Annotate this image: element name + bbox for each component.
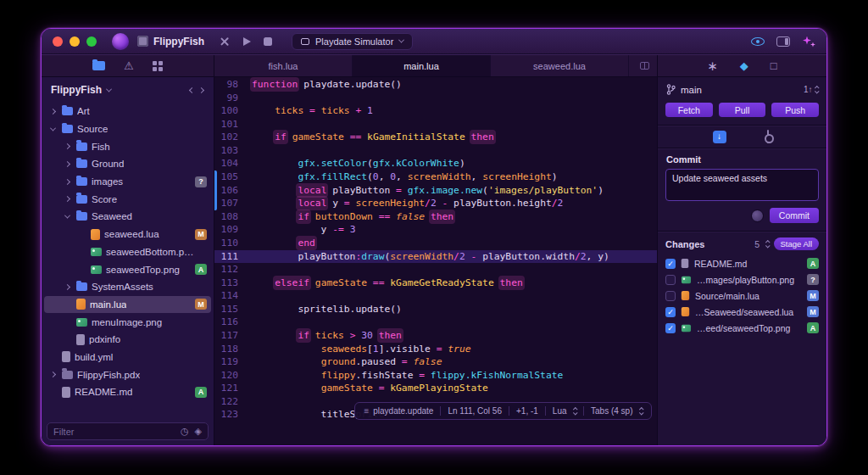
stepper-icon[interactable] (766, 240, 770, 249)
change-row[interactable]: Source/main.luaM (658, 288, 826, 304)
stage-checkbox[interactable] (665, 275, 676, 285)
tree-item-seaweedTop.png[interactable]: seaweedTop.pngA (44, 260, 211, 278)
code-text: function playdate.update() (246, 78, 402, 92)
tree-item-Art[interactable]: Art (44, 103, 211, 120)
stage-checkbox[interactable] (665, 291, 676, 301)
tree-item-SystemAssets[interactable]: SystemAssets (44, 278, 211, 296)
run-target-dropdown[interactable]: Playdate Simulator (292, 33, 413, 50)
code-line[interactable]: 100 ticks = ticks + 1 (214, 104, 657, 118)
tree-item-Seaweed[interactable]: Seaweed (44, 208, 211, 226)
run-icon[interactable] (243, 37, 251, 46)
cursor-position[interactable]: Ln 111, Col 56 (441, 406, 509, 416)
asterisk-icon[interactable]: ∗ (707, 59, 718, 72)
tree-item-build.yml[interactable]: build.yml (44, 349, 211, 366)
close-button[interactable] (53, 36, 63, 47)
stage-view-icon[interactable]: ↓ (713, 131, 726, 143)
tree-item-seaweedBottom.p…[interactable]: seaweedBottom.p… (44, 243, 211, 261)
code-line[interactable]: 108 if buttonDown == false then (214, 210, 657, 224)
minimize-button[interactable] (70, 36, 80, 47)
indent-selector[interactable]: Tabs (4 sp) (584, 406, 649, 416)
filter-options-icon[interactable]: ◈ (195, 427, 202, 436)
tree-item-pdxinfo[interactable]: pdxinfo (44, 331, 211, 349)
code-line[interactable]: 107 local y = screenHeight/2 - playButto… (214, 197, 657, 210)
project-selector[interactable]: FlippyFish (42, 77, 214, 100)
preview-eye-icon[interactable] (751, 37, 765, 46)
code-line[interactable]: 113 elseif gameState == kGameGetReadySta… (214, 277, 657, 290)
gem-icon[interactable]: ◆ (740, 60, 748, 71)
code-line[interactable]: 98function playdate.update() (214, 78, 657, 92)
tree-item-menuImage.png[interactable]: menuImage.png (44, 313, 211, 331)
code-line[interactable]: 105 gfx.fillRect(0, 0, screenWidth, scre… (214, 170, 657, 184)
diff-stats[interactable]: +1, -1 (509, 406, 545, 416)
line-number: 117 (214, 329, 246, 343)
change-row[interactable]: …Seaweed/seaweed.luaM (658, 304, 826, 320)
code-line[interactable]: 104 gfx.setColor(gfx.kColorWhite) (214, 157, 657, 170)
files-view-icon[interactable] (92, 61, 105, 70)
tree-item-main.lua[interactable]: main.luaM (44, 296, 211, 314)
code-line[interactable]: 120 flippy.fishState = flippy.kFishNorma… (214, 369, 657, 383)
tree-item-images[interactable]: images? (44, 173, 211, 191)
code-area[interactable]: 98function playdate.update()99100 ticks … (214, 77, 657, 422)
stage-all-button[interactable]: Stage All (774, 238, 820, 250)
grid-view-icon[interactable] (153, 61, 163, 71)
commit-avatar-icon[interactable] (751, 210, 764, 222)
stage-checkbox[interactable] (665, 323, 676, 333)
stage-checkbox[interactable] (665, 307, 676, 317)
tree-item-Ground[interactable]: Ground (44, 155, 211, 173)
push-button[interactable]: Push (771, 103, 819, 117)
code-line[interactable]: 111 playButton:draw(screenWidth/2 - play… (214, 250, 657, 264)
stepper-icon[interactable] (815, 86, 819, 94)
code-line[interactable]: 101 (214, 118, 657, 131)
back-icon[interactable] (189, 87, 195, 92)
code-line[interactable]: 121 gameState = kGamePlayingState (214, 382, 657, 395)
forward-icon[interactable] (198, 87, 204, 92)
code-line[interactable]: 99 (214, 92, 657, 105)
split-editor-icon[interactable] (640, 62, 649, 70)
change-row[interactable]: README.mdA (658, 255, 826, 271)
code-line[interactable]: 119 ground.paused = false (214, 355, 657, 369)
filter-input[interactable] (53, 427, 175, 437)
code-line[interactable]: 110 end (214, 237, 657, 250)
titlebar-right-actions (751, 35, 815, 48)
language-selector[interactable]: Lua (546, 406, 583, 416)
commit-message-input[interactable]: Update seaweed assets (665, 169, 819, 201)
tab-main.lua[interactable]: main.lua (353, 55, 491, 76)
code-line[interactable]: 112 (214, 263, 657, 277)
code-line[interactable]: 117 if ticks > 30 then (214, 329, 657, 343)
code-line[interactable]: 102 if gameState == kGameInitialState th… (214, 131, 657, 144)
tree-item-Fish[interactable]: Fish (44, 137, 211, 155)
frame-icon[interactable]: □ (771, 60, 777, 71)
change-row[interactable]: …eed/seaweedTop.pngA (658, 320, 826, 336)
branch-row[interactable]: main 1↑ (658, 77, 826, 100)
panel-toggle-icon[interactable] (776, 36, 790, 47)
tree-item-seaweed.lua[interactable]: seaweed.luaM (44, 226, 211, 243)
project-button[interactable]: FlippyFish (137, 36, 204, 48)
tree-item-README.md[interactable]: README.mdA (44, 383, 211, 401)
stop-icon[interactable] (264, 37, 272, 46)
tree-item-FlippyFish.pdx[interactable]: FlippyFish.pdx (44, 366, 211, 383)
symbol-breadcrumb[interactable]: ≡ playdate.update (357, 406, 440, 416)
tree-item-Score[interactable]: Score (44, 190, 211, 208)
tools-icon[interactable] (219, 36, 231, 48)
code-line[interactable]: 114 (214, 289, 657, 303)
stage-checkbox[interactable] (665, 259, 676, 269)
line-number: 100 (214, 104, 246, 118)
fetch-button[interactable]: Fetch (665, 103, 713, 117)
commit-node-icon[interactable] (764, 130, 772, 143)
recent-icon[interactable]: ◷ (181, 427, 189, 436)
pull-button[interactable]: Pull (719, 103, 766, 117)
change-row[interactable]: …mages/playButton.png? (658, 271, 826, 288)
code-line[interactable]: 109 y -= 3 (214, 223, 657, 237)
tab-seaweed.lua[interactable]: seaweed.lua (491, 55, 629, 76)
tab-fish.lua[interactable]: fish.lua (214, 55, 353, 76)
sparkles-icon[interactable] (802, 35, 815, 48)
warning-icon[interactable]: ⚠ (124, 60, 134, 71)
code-line[interactable]: 106 local playButton = gfx.image.new('im… (214, 184, 657, 198)
code-line[interactable]: 103 (214, 144, 657, 158)
zoom-button[interactable] (86, 36, 97, 47)
tree-item-Source[interactable]: Source (44, 120, 211, 138)
code-line[interactable]: 116 (214, 316, 657, 329)
code-line[interactable]: 118 seaweeds[1].visible = true (214, 343, 657, 356)
commit-button[interactable]: Commit (770, 208, 819, 223)
code-line[interactable]: 115 spritelib.update() (214, 303, 657, 316)
